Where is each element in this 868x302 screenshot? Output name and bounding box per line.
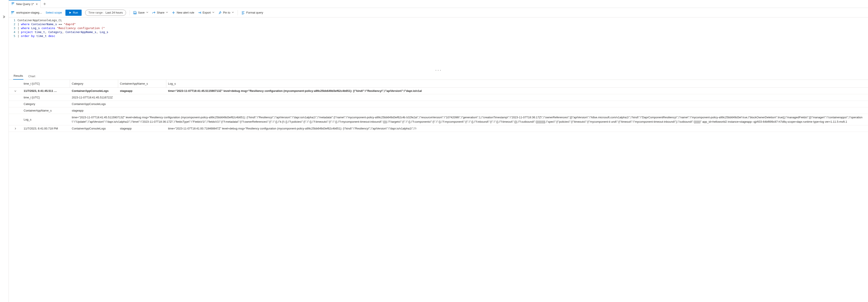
time-range-value: Last 24 hours bbox=[105, 11, 123, 14]
new-alert-label: New alert rule bbox=[177, 11, 194, 14]
detail-key: time_t [UTC] bbox=[22, 95, 70, 100]
cell-time: 11/7/2023, 6:41:00.718 PM bbox=[22, 126, 70, 131]
cell-category: ContainerAppConsoleLogs bbox=[70, 88, 118, 94]
svg-rect-4 bbox=[11, 12, 13, 13]
format-query-button[interactable]: Format query bbox=[241, 11, 263, 14]
collapse-icon[interactable] bbox=[9, 88, 22, 94]
expand-panel-icon[interactable] bbox=[3, 15, 6, 19]
left-gutter bbox=[0, 0, 9, 302]
new-tab-button[interactable] bbox=[41, 2, 49, 5]
tab-chart[interactable]: Chart bbox=[28, 74, 36, 79]
chevron-down-icon bbox=[231, 11, 234, 14]
detail-row: time_t [UTC] 2023-11-07T18:41:45.5116722… bbox=[9, 94, 868, 101]
svg-rect-6 bbox=[134, 13, 136, 14]
query-tab-active[interactable]: New Query 1* ✕ bbox=[9, 0, 41, 8]
svg-rect-0 bbox=[11, 3, 14, 3]
table-row[interactable]: 11/7/2023, 6:41:00.718 PM ContainerAppCo… bbox=[9, 125, 868, 132]
expand-icon[interactable] bbox=[9, 126, 22, 131]
resize-handle[interactable]: • • • bbox=[9, 69, 868, 72]
chevron-down-icon bbox=[146, 11, 149, 14]
tab-results[interactable]: Results bbox=[13, 74, 23, 79]
query-tab-label: New Query 1* bbox=[16, 2, 34, 6]
save-label: Save bbox=[138, 11, 145, 14]
detail-key: Log_s bbox=[22, 116, 70, 123]
svg-rect-1 bbox=[11, 3, 13, 4]
svg-rect-5 bbox=[11, 13, 12, 14]
toolbar-separator bbox=[129, 10, 130, 15]
time-range-picker[interactable]: Time range : Last 24 hours bbox=[85, 10, 126, 16]
chevron-down-icon bbox=[212, 11, 215, 14]
tab-strip: New Query 1* ✕ bbox=[9, 0, 868, 8]
detail-value: stageapp bbox=[70, 108, 868, 113]
col-time[interactable]: time_t [UTC] bbox=[22, 80, 70, 88]
pin-label: Pin to bbox=[223, 11, 230, 14]
toolbar-separator bbox=[238, 10, 238, 15]
detail-row: Category ContainerAppConsoleLogs bbox=[9, 101, 868, 107]
code-area[interactable]: ContainerAppConsoleLogs_CL | where Conta… bbox=[18, 19, 868, 38]
save-button[interactable]: Save bbox=[133, 11, 149, 14]
select-scope-link[interactable]: Select scope bbox=[46, 11, 62, 14]
cell-app: stageapp bbox=[118, 88, 166, 94]
svg-rect-2 bbox=[11, 5, 13, 5]
share-label: Share bbox=[157, 11, 164, 14]
detail-key: Category bbox=[22, 101, 70, 107]
run-button[interactable]: Run bbox=[65, 10, 82, 16]
col-log[interactable]: Log_s bbox=[166, 80, 868, 88]
pin-button[interactable]: Pin to bbox=[218, 11, 234, 14]
detail-row: Log_s time="2023-11-07T18:41:45.51159071… bbox=[9, 114, 868, 125]
share-button[interactable]: Share bbox=[152, 11, 168, 14]
new-alert-button[interactable]: New alert rule bbox=[172, 11, 194, 14]
col-category[interactable]: Category bbox=[70, 80, 118, 88]
run-button-label: Run bbox=[73, 11, 78, 14]
cell-category: ContainerAppConsoleLogs bbox=[70, 126, 118, 131]
grid-header: time_t [UTC] Category ContainerAppName_s… bbox=[9, 80, 868, 88]
query-editor[interactable]: 12345 ContainerAppConsoleLogs_CL | where… bbox=[9, 18, 868, 38]
workspace-name: workspace-stageg… bbox=[16, 11, 42, 14]
cell-log: time="2023-11-07T18:41:00.718468847Z" le… bbox=[166, 126, 868, 131]
detail-row: ContainerAppName_s stageapp bbox=[9, 107, 868, 114]
cell-time: 11/7/2023, 6:41:45.511 … bbox=[22, 88, 70, 94]
chevron-down-icon bbox=[166, 11, 168, 14]
time-range-label: Time range : bbox=[88, 11, 104, 14]
cell-app: stageapp bbox=[118, 126, 166, 131]
toolbar: workspace-stageg… Select scope Run Time … bbox=[9, 8, 868, 18]
col-appname[interactable]: ContainerAppName_s bbox=[118, 80, 166, 88]
results-grid: time_t [UTC] Category ContainerAppName_s… bbox=[9, 80, 868, 132]
query-tab-icon bbox=[11, 2, 14, 6]
cell-log: time="2023-11-07T18:41:45.511590713Z" le… bbox=[166, 88, 868, 94]
detail-value: ContainerAppConsoleLogs bbox=[70, 101, 868, 107]
svg-rect-3 bbox=[11, 11, 14, 12]
results-tab-strip: Results Chart bbox=[9, 72, 868, 80]
close-icon[interactable]: ✕ bbox=[36, 3, 38, 6]
format-label: Format query bbox=[246, 11, 263, 14]
line-numbers: 12345 bbox=[9, 19, 18, 38]
export-label: Export bbox=[203, 11, 211, 14]
export-button[interactable]: Export bbox=[198, 11, 215, 14]
detail-value: time="2023-11-07T18:41:45.511590713Z" le… bbox=[70, 114, 868, 125]
detail-value: 2023-11-07T18:41:45.5116722Z bbox=[70, 95, 868, 100]
workspace-picker[interactable]: workspace-stageg… bbox=[11, 11, 42, 14]
table-row[interactable]: 11/7/2023, 6:41:45.511 … ContainerAppCon… bbox=[9, 88, 868, 94]
detail-key: ContainerAppName_s bbox=[22, 108, 70, 113]
